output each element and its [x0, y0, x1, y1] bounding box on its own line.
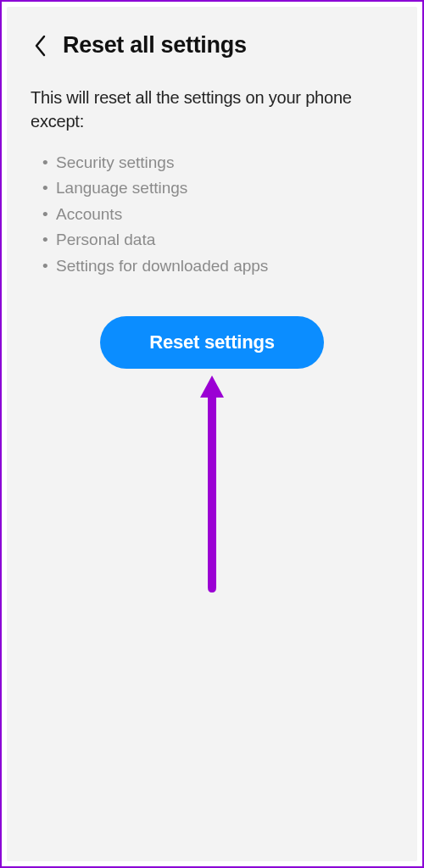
page-title: Reset all settings — [63, 32, 247, 58]
list-item: Accounts — [42, 202, 393, 227]
button-container: Reset settings — [31, 316, 393, 369]
description-text: This will reset all the settings on your… — [31, 86, 393, 133]
exceptions-list: Security settings Language settings Acco… — [31, 150, 393, 279]
list-item: Security settings — [42, 150, 393, 175]
list-item: Personal data — [42, 227, 393, 253]
list-item: Language settings — [42, 175, 393, 201]
back-icon[interactable] — [31, 36, 49, 55]
settings-screen: Reset all settings This will reset all t… — [7, 7, 417, 861]
page-header: Reset all settings — [31, 32, 393, 58]
annotation-arrow-icon — [31, 376, 393, 596]
list-item: Settings for downloaded apps — [42, 253, 393, 279]
reset-settings-button[interactable]: Reset settings — [100, 316, 324, 369]
